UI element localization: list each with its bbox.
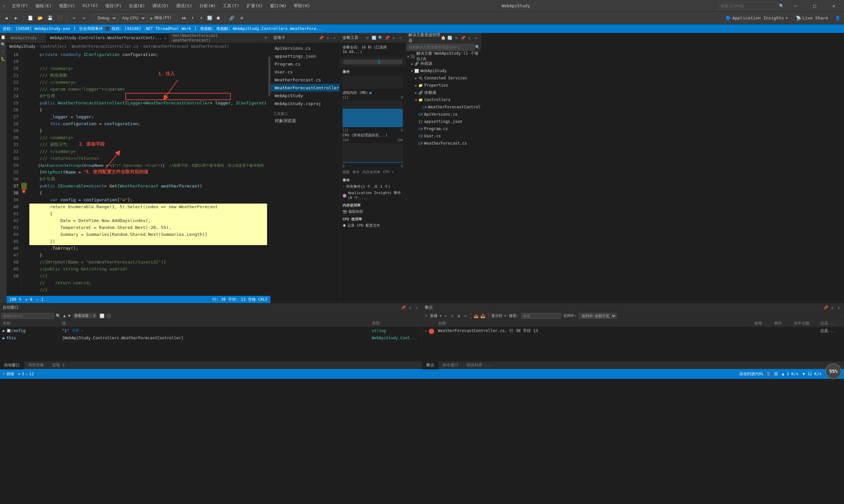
menu-view[interactable]: 视图(V): [56, 2, 79, 10]
tree-properties[interactable]: ▶ 📁 Properties: [406, 82, 481, 89]
tab-controller[interactable]: WebApiStudy.Controllers.WeatherForecastC…: [46, 33, 169, 42]
bp-location-dropdown[interactable]: 在列中: 全部可见: [579, 313, 617, 319]
auto-btn2[interactable]: ⬛: [106, 313, 111, 319]
bp-close[interactable]: ✕: [836, 305, 841, 310]
tree-program[interactable]: C# Program.cs: [406, 125, 481, 132]
expand-arrow[interactable]: ▶: [3, 328, 5, 333]
diag-tab-events[interactable]: 事件: [352, 170, 360, 175]
tab-locals[interactable]: 局部变量: [24, 361, 48, 369]
bp-delete[interactable]: ✕: [443, 313, 448, 319]
auto-search-btn[interactable]: 🔍: [55, 313, 61, 319]
bp-enable-all[interactable]: ◉: [456, 313, 462, 319]
tree-project[interactable]: ▼ ⬜ WebApiStudy: [406, 67, 481, 74]
sol-refresh[interactable]: 🔄: [447, 35, 452, 40]
explorer-pin[interactable]: 📌: [318, 35, 324, 40]
explorer-item-6[interactable]: WebApiStudy: [271, 92, 340, 100]
sol-settings[interactable]: ⚙: [454, 35, 459, 40]
redo-btn[interactable]: ↪: [80, 14, 88, 22]
menu-tools[interactable]: 工具(T): [220, 2, 242, 10]
diag-refresh[interactable]: 🔄: [371, 35, 377, 40]
bp-new[interactable]: +: [424, 313, 429, 319]
explorer-item-3[interactable]: User.cs: [271, 68, 340, 76]
bp-chevron[interactable]: ∧: [829, 305, 835, 310]
tab-breakpoints[interactable]: 断点: [422, 361, 438, 369]
user-avatar[interactable]: 👤: [833, 14, 842, 22]
tree-dependencies[interactable]: ▶ 🔗 依赖项: [406, 89, 481, 96]
bp-export[interactable]: 📤: [474, 313, 479, 319]
maximize-button[interactable]: □: [807, 0, 822, 12]
menu-analyze[interactable]: 分析(N): [196, 2, 219, 10]
new-project-btn[interactable]: 📄: [26, 14, 35, 22]
table-row-config[interactable]: ▶ 🔲 config "1" 查看 ▸ string: [0, 327, 422, 334]
step-out-btn[interactable]: ⬆: [197, 15, 205, 22]
explorer-item-7[interactable]: WebApiStudy.csproj: [271, 100, 340, 107]
explorer-chevron[interactable]: ∧: [325, 35, 330, 40]
stop-btn[interactable]: ⏹: [214, 15, 222, 22]
diag-close[interactable]: ✕: [398, 35, 403, 40]
sol-pin[interactable]: 📌: [460, 35, 466, 40]
diag-chevron[interactable]: ∧: [391, 35, 396, 40]
diag-pin[interactable]: 📌: [384, 35, 390, 40]
auto-btn1[interactable]: ⬜: [99, 313, 104, 319]
debug-mode-dropdown[interactable]: Debug: [94, 14, 117, 22]
menu-debug[interactable]: 调试(D): [149, 2, 172, 10]
bp-clear-all[interactable]: ⊗: [450, 313, 455, 319]
auto-chevron[interactable]: ∧: [408, 305, 413, 310]
menu-file[interactable]: 文件(F): [8, 2, 31, 10]
bp-import[interactable]: 📥: [480, 313, 486, 319]
menu-build[interactable]: 生成(B): [126, 2, 148, 10]
diag-tab-cpu[interactable]: CPU ▸: [383, 170, 394, 175]
app-insights-button[interactable]: 🔵 Application Insights ▾: [723, 15, 790, 21]
menu-help[interactable]: 帮助(H): [291, 2, 313, 10]
activity-explorer[interactable]: 📋: [0, 34, 6, 40]
tab-command[interactable]: 命令窗口: [438, 361, 463, 369]
tree-weather[interactable]: C# WeatherForecast.cs: [406, 140, 481, 147]
save-btn[interactable]: 💾: [46, 14, 54, 22]
global-search-input[interactable]: [718, 2, 778, 10]
editor-scrollbar[interactable]: [267, 50, 270, 296]
cpu-profile-btn[interactable]: ⏺ 记录 CPU 配置文件: [340, 222, 406, 229]
object-browser-item[interactable]: 对象浏览器: [271, 117, 340, 125]
save-all-btn[interactable]: ⬛: [56, 14, 64, 22]
explorer-item-0[interactable]: ApiVersions.cs: [271, 44, 340, 52]
auto-pin[interactable]: 📌: [401, 305, 406, 310]
sol-chevron[interactable]: ∧: [467, 35, 472, 40]
undo-btn[interactable]: ↩: [70, 14, 79, 22]
sol-close[interactable]: ✕: [473, 35, 479, 40]
search-bar[interactable]: 🔍: [718, 2, 784, 10]
toolbar-btn-1[interactable]: ◀: [2, 14, 11, 22]
open-btn[interactable]: 📂: [36, 14, 45, 22]
menu-git[interactable]: Git(G): [79, 2, 101, 10]
continue-button[interactable]: ▶ 继续(F5): [148, 14, 175, 22]
restart-btn[interactable]: 🔄: [206, 15, 213, 22]
explorer-item-4[interactable]: WeatherForecast.cs: [271, 76, 340, 84]
menu-test[interactable]: 测试(S): [173, 2, 195, 10]
diag-tab-summary[interactable]: 摘要: [343, 170, 350, 175]
toolbar-btn-2[interactable]: ▶: [12, 14, 20, 22]
tree-controllers[interactable]: ▼ 📁 Controllers: [406, 96, 481, 104]
activity-search[interactable]: 🔍: [0, 41, 6, 48]
code-content[interactable]: private readonly IConfiguration configur…: [27, 50, 267, 296]
tree-connected-services[interactable]: ▶ 🔌 Connected Services: [406, 74, 481, 82]
diag-tab-memory[interactable]: 内存使用率: [362, 170, 380, 175]
bp-row-0[interactable]: ✓ ⬤ WeatherForecastController.cs, 行 38 字…: [422, 327, 844, 335]
this-expand[interactable]: ▶: [3, 336, 5, 340]
snapshot-btn[interactable]: 📷 截取快照: [340, 209, 406, 215]
tree-controller-file[interactable]: C# WeatherForecastControll: [406, 104, 481, 111]
auto-close[interactable]: ✕: [414, 305, 419, 310]
tree-user[interactable]: C# User.cs: [406, 132, 481, 140]
tree-solution[interactable]: ▼ ⬛ 解决方案'WebApiStudy'(1 个项目/共: [406, 53, 481, 60]
sol-search-input[interactable]: [407, 44, 475, 50]
menu-edit[interactable]: 编辑(E): [32, 2, 55, 10]
menu-project[interactable]: 项目(P): [102, 2, 125, 10]
explorer-close[interactable]: ✕: [332, 35, 337, 40]
new-tab-button[interactable]: +: [261, 33, 270, 42]
scrollbar-thumb[interactable]: [269, 57, 270, 96]
explorer-item-2[interactable]: Program.cs: [271, 60, 340, 68]
tab-close-icon[interactable]: ✕: [164, 36, 167, 40]
bp-pin[interactable]: 📌: [823, 305, 828, 310]
platform-dropdown[interactable]: Any CPU: [118, 14, 146, 22]
tree-appsettings[interactable]: {} appsettings.json: [406, 118, 481, 125]
explorer-item-1[interactable]: appsettings.json: [271, 52, 340, 60]
tab-watch1[interactable]: 监视 1: [48, 361, 69, 369]
